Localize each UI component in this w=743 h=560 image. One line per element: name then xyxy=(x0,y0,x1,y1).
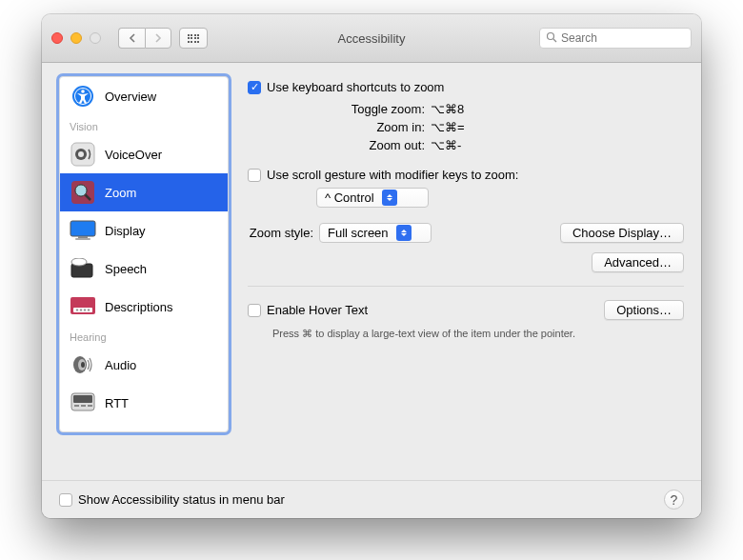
svg-rect-15 xyxy=(75,238,90,240)
show-status-checkbox[interactable] xyxy=(59,493,72,507)
accessibility-icon xyxy=(70,83,96,110)
sidebar-item-label: Display xyxy=(105,224,146,238)
use-scroll-gesture-label: Use scroll gesture with modifier keys to… xyxy=(267,168,518,182)
minimize-button[interactable] xyxy=(70,32,82,44)
sidebar-item-label: Descriptions xyxy=(105,300,173,314)
svg-line-1 xyxy=(553,39,556,42)
sidebar-item-rtt[interactable]: RTT xyxy=(60,384,228,422)
zoom-icon xyxy=(70,179,96,206)
help-button[interactable]: ? xyxy=(664,490,684,510)
sidebar-group-vision: Vision xyxy=(60,115,228,135)
svg-rect-29 xyxy=(74,405,79,407)
speech-icon xyxy=(70,255,96,282)
zoom-out-value: ⌥⌘- xyxy=(431,136,461,154)
sidebar-group-hearing: Hearing xyxy=(60,326,228,346)
modifier-key-popup[interactable]: ^ Control xyxy=(316,188,429,208)
maximize-button[interactable] xyxy=(90,32,101,44)
toggle-zoom-value: ⌥⌘8 xyxy=(431,100,464,118)
search-field[interactable] xyxy=(539,28,692,49)
use-keyboard-shortcuts-label: Use keyboard shortcuts to zoom xyxy=(267,80,444,94)
titlebar: Accessibility xyxy=(42,14,701,63)
svg-point-26 xyxy=(81,362,85,368)
zoom-style-value: Full screen xyxy=(328,226,389,240)
main-panel: Use keyboard shortcuts to zoom Toggle zo… xyxy=(229,76,684,467)
search-input[interactable] xyxy=(561,31,685,45)
choose-display-button[interactable]: Choose Display… xyxy=(560,223,684,243)
descriptions-icon xyxy=(70,293,96,320)
shortcuts-list: Toggle zoom:⌥⌘8 Zoom in:⌥⌘= Zoom out:⌥⌘- xyxy=(248,100,684,154)
show-all-button[interactable] xyxy=(179,28,208,49)
sidebar-item-label: VoiceOver xyxy=(105,148,162,162)
enable-hover-text-row: Enable Hover Text Options… xyxy=(248,300,684,320)
nav-segment xyxy=(118,28,171,49)
accessibility-window: Accessibility Overview Vision VoiceOver xyxy=(42,14,701,518)
zoom-style-popup[interactable]: Full screen xyxy=(319,223,432,243)
use-scroll-gesture-checkbox[interactable] xyxy=(248,169,261,182)
zoom-in-label: Zoom in: xyxy=(248,118,431,136)
rtt-icon xyxy=(70,390,96,416)
search-icon xyxy=(546,31,557,46)
footer: Show Accessibility status in menu bar ? xyxy=(42,480,701,518)
svg-point-11 xyxy=(75,185,87,196)
svg-point-5 xyxy=(81,90,85,93)
hover-text-hint: Press ⌘ to display a large-text view of … xyxy=(272,328,684,340)
separator xyxy=(248,286,684,287)
toggle-zoom-label: Toggle zoom: xyxy=(248,100,431,118)
modifier-key-value: ^ Control xyxy=(325,190,374,205)
content-area: Overview Vision VoiceOver Zoom Display xyxy=(42,63,701,480)
svg-rect-13 xyxy=(70,221,95,236)
sidebar-item-zoom[interactable]: Zoom xyxy=(60,173,228,211)
chevron-updown-icon xyxy=(382,190,397,206)
svg-rect-28 xyxy=(73,395,92,403)
zoom-style-label: Zoom style: xyxy=(248,226,319,240)
svg-point-20 xyxy=(76,309,78,310)
show-status-label: Show Accessibility status in menu bar xyxy=(78,492,285,507)
sidebar-item-label: Audio xyxy=(105,358,136,372)
advanced-button[interactable]: Advanced… xyxy=(592,252,684,272)
zoom-out-label: Zoom out: xyxy=(248,136,431,154)
svg-point-23 xyxy=(88,309,90,310)
svg-rect-14 xyxy=(78,236,88,238)
chevron-updown-icon xyxy=(396,225,412,241)
display-icon xyxy=(70,217,96,244)
sidebar-item-descriptions[interactable]: Descriptions xyxy=(60,288,228,326)
close-button[interactable] xyxy=(51,32,63,44)
svg-point-22 xyxy=(84,309,86,310)
use-keyboard-shortcuts-row: Use keyboard shortcuts to zoom xyxy=(248,80,684,94)
sidebar-item-speech[interactable]: Speech xyxy=(60,250,228,288)
enable-hover-text-label: Enable Hover Text xyxy=(267,303,368,317)
enable-hover-text-checkbox[interactable] xyxy=(248,304,261,317)
use-scroll-gesture-row: Use scroll gesture with modifier keys to… xyxy=(248,168,684,182)
audio-icon xyxy=(70,351,96,378)
svg-point-17 xyxy=(71,258,87,266)
svg-point-8 xyxy=(78,151,84,157)
sidebar-item-label: Zoom xyxy=(105,186,136,200)
sidebar[interactable]: Overview Vision VoiceOver Zoom Display xyxy=(59,76,229,432)
sidebar-item-label: Speech xyxy=(105,262,147,276)
sidebar-item-voiceover[interactable]: VoiceOver xyxy=(60,135,228,173)
svg-point-0 xyxy=(548,32,554,39)
sidebar-item-audio[interactable]: Audio xyxy=(60,346,228,384)
svg-rect-31 xyxy=(88,405,92,407)
sidebar-item-label: RTT xyxy=(105,396,129,410)
svg-point-21 xyxy=(80,309,82,310)
options-button[interactable]: Options… xyxy=(604,300,684,320)
sidebar-item-overview[interactable]: Overview xyxy=(60,77,228,115)
back-button[interactable] xyxy=(118,28,145,49)
use-keyboard-shortcuts-checkbox[interactable] xyxy=(248,81,261,94)
forward-button[interactable] xyxy=(145,28,171,49)
sidebar-item-label: Overview xyxy=(105,90,156,104)
grid-icon xyxy=(188,34,200,43)
svg-rect-30 xyxy=(81,405,86,407)
voiceover-icon xyxy=(70,141,96,168)
traffic-lights xyxy=(51,32,101,44)
zoom-in-value: ⌥⌘= xyxy=(431,118,465,136)
sidebar-item-display[interactable]: Display xyxy=(60,211,228,250)
